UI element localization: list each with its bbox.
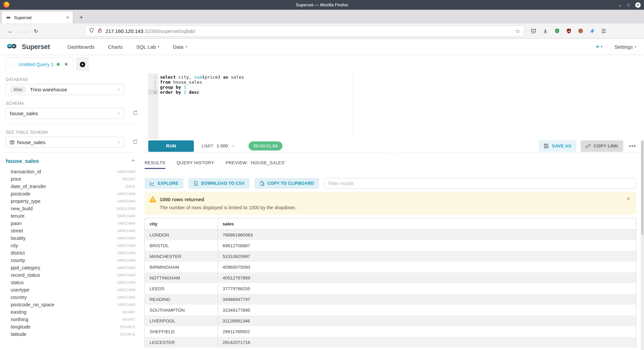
query-tab[interactable]: ⋮ Untitled Query 1 ✕ (6, 57, 73, 71)
schema-column-row[interactable]: transaction_idVARCHAR (6, 168, 136, 175)
schema-column-row[interactable]: eastingBIGINT (6, 308, 136, 316)
schema-column-row[interactable]: countryVARCHAR (6, 294, 136, 301)
copy-link-button[interactable]: COPY LINK (581, 140, 623, 152)
schema-column-row[interactable]: latitudeDOUBLE (6, 331, 136, 338)
query-tab-close-icon[interactable]: ✕ (64, 62, 68, 67)
sql-editor[interactable]: 1234 select city, sum(price) as salesfro… (148, 73, 636, 139)
table-select[interactable]: house_sales ∨ (6, 137, 124, 148)
schema-column-row[interactable]: cityVARCHAR (6, 242, 136, 249)
schema-column-row[interactable]: districtVARCHAR (6, 249, 136, 257)
schema-column-row[interactable]: record_statusVARCHAR (6, 271, 136, 279)
pocket-icon[interactable] (531, 28, 536, 34)
explore-button[interactable]: EXPLORE (145, 178, 183, 189)
schema-column-row[interactable]: northingBIGINT (6, 316, 136, 323)
schema-column-row[interactable]: postcodeVARCHAR (6, 190, 136, 198)
brand-name: Superset (22, 43, 50, 51)
tab-preview-house-sales[interactable]: PREVIEW: `HOUSE_SALES` (226, 160, 286, 169)
scrollbar-thumb[interactable] (641, 141, 643, 235)
nav-item-dashboards[interactable]: Dashboards (67, 44, 95, 50)
pane-resize-handle[interactable]: ∙∙∙∙∙ ∙∙∙∙∙ (390, 154, 397, 156)
window-maximize-icon[interactable]: ◇ (627, 3, 630, 7)
alert-close-icon[interactable]: ✕ (627, 196, 630, 201)
schema-column-row[interactable]: longitudeDOUBLE (6, 323, 136, 331)
table-row: SHEFFIELD29911769902 (145, 326, 636, 337)
nav-label: Dashboards (67, 44, 95, 50)
browser-tab-title: Superset (14, 15, 66, 20)
editor-code[interactable]: select city, sum(price) as salesfrom hou… (158, 75, 636, 95)
refresh-table-icon[interactable] (132, 139, 138, 146)
schema-select[interactable]: house_sales ∨ (6, 108, 124, 119)
ublock-icon[interactable]: uB (566, 28, 572, 34)
scrollbar[interactable] (641, 140, 644, 350)
window-close-icon[interactable]: ✕ (635, 2, 641, 8)
column-header-sales[interactable]: sales (218, 218, 636, 229)
limit-value: 1 000 (217, 143, 228, 148)
new-tab-button[interactable]: + (75, 12, 87, 23)
schema-column-row[interactable]: paonVARCHAR (6, 220, 136, 227)
schema-column-row[interactable]: postcode_no_spaceVARCHAR (6, 301, 136, 308)
nav-item-data[interactable]: Data ▾ (173, 44, 187, 50)
nav-item-charts[interactable]: Charts (108, 44, 123, 50)
column-type: VARCHAR (117, 221, 136, 225)
table-explorer-title[interactable]: house_sales (6, 158, 39, 164)
filter-results-input[interactable] (324, 178, 636, 189)
column-type: BIGINT (123, 177, 136, 181)
column-name: new_build (11, 206, 33, 211)
add-new-button[interactable]: + ▾ (596, 43, 603, 50)
column-type: DOUBLE (120, 332, 136, 336)
code-line: select city, sum(price) as sales (158, 75, 636, 80)
column-name: postcode_no_space (11, 302, 54, 307)
download-csv-button[interactable]: DOWNLOAD TO CSV (189, 178, 250, 189)
shield-icon[interactable] (89, 28, 94, 34)
schema-column-row[interactable]: ppd_categoryVARCHAR (6, 264, 136, 271)
tab-results[interactable]: RESULTS (145, 160, 165, 169)
nav-item-sql-lab[interactable]: SQL Lab ▾ (136, 44, 159, 50)
cookie-icon[interactable] (578, 28, 583, 34)
schema-column-row[interactable]: statusVARCHAR (6, 279, 136, 286)
collapse-chevron-up-icon[interactable] (131, 158, 136, 164)
download-icon[interactable] (543, 28, 548, 34)
copy-clipboard-button[interactable]: COPY TO CLIPBOARD (255, 178, 319, 189)
privacy-badger-icon[interactable] (554, 28, 560, 34)
schema-column-row[interactable]: new_buildBOOLEAN (6, 205, 136, 212)
window-minimize-icon[interactable]: ⌄ (618, 3, 622, 7)
superset-brand[interactable]: Superset (4, 42, 50, 51)
extension-asterisk-icon[interactable] (590, 28, 595, 34)
superset-favicon (5, 15, 11, 20)
column-name: record_status (11, 272, 40, 278)
refresh-schema-icon[interactable] (132, 110, 138, 117)
sql-lab-sidebar: DATABASE trino Trino warehouse ∨ SCHEMA … (0, 71, 143, 350)
schema-column-row[interactable]: priceBIGINT (6, 175, 136, 183)
browser-tab[interactable]: Superset ✕ (2, 11, 73, 24)
save-as-button[interactable]: SAVE AS (539, 140, 576, 152)
new-query-tab[interactable]: + (76, 57, 89, 71)
schema-column-row[interactable]: property_typeVARCHAR (6, 198, 136, 205)
schema-column-row[interactable]: countyVARCHAR (6, 257, 136, 264)
database-select[interactable]: trino Trino warehouse ∨ (6, 84, 124, 95)
schema-column-row[interactable]: usertypeVARCHAR (6, 286, 136, 294)
schema-column-row[interactable]: date_of_transferDATE (6, 183, 136, 190)
tab-close-icon[interactable]: ✕ (66, 15, 69, 20)
nav-items: Dashboards Charts SQL Lab ▾ Data ▾ (67, 44, 187, 50)
firefox-logo-icon (3, 2, 9, 8)
column-name: ppd_category (11, 265, 40, 270)
drag-handle-icon[interactable]: ⋮ (11, 62, 15, 67)
line-number: 4 (148, 90, 158, 95)
caret-down-icon: ▾ (601, 45, 603, 48)
insecure-lock-icon[interactable] (97, 28, 102, 34)
cell-city: LIVERPOOL (145, 315, 218, 326)
hamburger-menu-icon[interactable]: ☰ (601, 28, 606, 34)
url-bar[interactable]: 217.160.120.143 :32393/superset/sqllab/ … (85, 26, 524, 37)
tab-query-history[interactable]: QUERY HISTORY (177, 160, 214, 169)
limit-dropdown[interactable]: LIMIT: 1 000 ▾ (202, 143, 234, 148)
schema-column-row[interactable]: tenureVARCHAR (6, 212, 136, 220)
settings-menu[interactable]: Settings ▾ (614, 44, 636, 50)
reload-icon[interactable]: ↻ (34, 29, 38, 34)
schema-column-row[interactable]: localityVARCHAR (6, 234, 136, 242)
more-actions-button[interactable]: ••• (629, 143, 636, 149)
column-header-city[interactable]: city (145, 218, 218, 229)
schema-column-row[interactable]: streetVARCHAR (6, 227, 136, 234)
run-button[interactable]: RUN (148, 140, 194, 152)
bookmark-star-icon[interactable]: ☆ (515, 28, 520, 34)
back-icon[interactable]: ← (8, 28, 13, 34)
